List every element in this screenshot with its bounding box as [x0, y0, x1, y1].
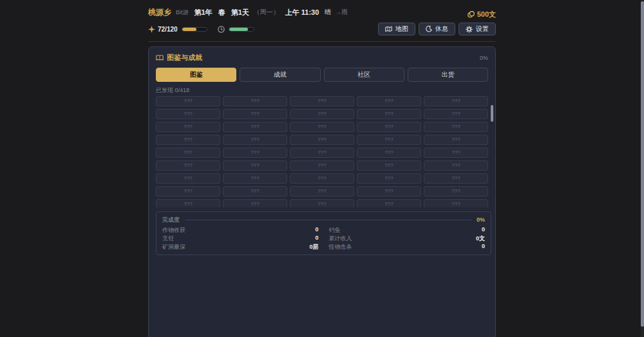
codex-cell[interactable]: ???: [424, 148, 488, 158]
codex-cell[interactable]: ???: [424, 96, 488, 106]
codex-cell[interactable]: ???: [223, 109, 287, 119]
coin-icon: [468, 11, 475, 18]
stats-box: 完成度 0% 作物收获0钓鱼0烹饪0累计收入0文矿洞最深0层怪物击杀0: [156, 211, 491, 255]
codex-cell[interactable]: ???: [290, 109, 354, 119]
daytime-bar: [229, 27, 254, 32]
completion-label: 完成度: [162, 216, 180, 224]
game-year: 第1年: [194, 8, 213, 17]
money-value: 500文: [477, 10, 496, 19]
stat-item: 烹饪0: [162, 235, 319, 242]
codex-cell[interactable]: ???: [357, 160, 421, 171]
stat-item: 矿洞最深0层: [162, 243, 319, 250]
game-weekday: （周一）: [254, 8, 279, 17]
stat-item: 钓鱼0: [329, 226, 486, 233]
game-day: 第1天: [231, 8, 249, 17]
codex-cell[interactable]: ???: [156, 160, 220, 171]
codex-cell[interactable]: ???: [156, 148, 220, 158]
rest-button[interactable]: 休息: [419, 23, 455, 35]
codex-cell[interactable]: ???: [357, 148, 421, 158]
codex-panel: 图鉴与成就 0% 图鉴 成就 社区 出货 已发现 0/418 ?????????…: [148, 46, 496, 337]
codex-cell[interactable]: ???: [290, 173, 354, 184]
codex-cell[interactable]: ???: [424, 160, 488, 171]
codex-cell[interactable]: ???: [223, 186, 287, 197]
codex-cell[interactable]: ???: [424, 122, 488, 132]
completion-row: 完成度 0%: [162, 216, 485, 224]
money-display: 500文: [468, 10, 496, 19]
codex-cell[interactable]: ???: [156, 186, 220, 197]
settings-button-label: 设置: [476, 24, 489, 34]
settings-button[interactable]: 设置: [459, 23, 496, 35]
clock-icon: [218, 26, 225, 33]
codex-cell[interactable]: ???: [424, 186, 488, 197]
page-scrollbar-thumb[interactable]: [641, 1, 644, 327]
topbar: 桃源乡 Bit游 第1年 春 第1天 （周一） 上午 11:30 晴 →雨 50…: [148, 0, 496, 42]
codex-cell[interactable]: ???: [357, 96, 421, 106]
gear-icon: [466, 26, 473, 33]
energy-value: 72/120: [158, 26, 178, 33]
codex-cell[interactable]: ???: [223, 160, 287, 171]
map-icon: [385, 26, 392, 32]
weather-current: 晴: [325, 8, 331, 17]
codex-cell[interactable]: ???: [156, 199, 220, 207]
page-scrollbar[interactable]: [641, 0, 644, 337]
book-icon: [156, 54, 164, 61]
codex-cell[interactable]: ???: [290, 160, 354, 171]
codex-cell[interactable]: ???: [223, 199, 287, 207]
codex-cell[interactable]: ???: [156, 122, 220, 132]
game-season: 春: [218, 8, 225, 17]
panel-title-row: 图鉴与成就: [156, 53, 202, 63]
game-time: 上午 11:30: [285, 8, 319, 17]
rest-button-label: 休息: [435, 24, 448, 34]
codex-cell[interactable]: ???: [156, 109, 220, 119]
codex-cell[interactable]: ???: [156, 135, 220, 145]
codex-cell[interactable]: ???: [424, 173, 488, 184]
codex-cell[interactable]: ???: [290, 122, 354, 132]
stats-grid: 作物收获0钓鱼0烹饪0累计收入0文矿洞最深0层怪物击杀0: [162, 226, 485, 250]
panel-progress: 0%: [480, 55, 488, 61]
codex-cell[interactable]: ???: [223, 122, 287, 132]
codex-cell[interactable]: ???: [223, 96, 287, 106]
stat-value: 0层: [309, 243, 318, 250]
codex-cell[interactable]: ???: [223, 135, 287, 145]
codex-cell[interactable]: ???: [156, 96, 220, 106]
tab-shipping[interactable]: 出货: [408, 68, 488, 82]
stat-item: 怪物击杀0: [329, 243, 486, 250]
tab-community[interactable]: 社区: [324, 68, 404, 82]
codex-cell[interactable]: ???: [357, 109, 421, 119]
codex-cell[interactable]: ???: [156, 173, 220, 184]
codex-cell[interactable]: ???: [290, 96, 354, 106]
map-button[interactable]: 地图: [378, 23, 415, 35]
codex-cell[interactable]: ???: [424, 135, 488, 145]
weather-forecast: →雨: [335, 8, 348, 17]
codex-cell[interactable]: ???: [290, 186, 354, 197]
codex-cell[interactable]: ???: [357, 135, 421, 145]
codex-cell[interactable]: ???: [290, 148, 354, 158]
energy-bar-fill: [182, 28, 197, 31]
discovered-count: 已发现 0/418: [156, 86, 488, 93]
codex-grid: ????????????????????????????????????????…: [156, 96, 488, 207]
stat-label: 矿洞最深: [162, 243, 185, 250]
grid-scrollbar[interactable]: [491, 105, 493, 122]
codex-cell[interactable]: ???: [223, 148, 287, 158]
tab-codex[interactable]: 图鉴: [156, 68, 236, 82]
codex-grid-viewport: ????????????????????????????????????????…: [156, 96, 493, 207]
tab-achievements[interactable]: 成就: [240, 68, 320, 82]
stat-value: 0文: [476, 235, 485, 242]
codex-cell[interactable]: ???: [357, 173, 421, 184]
completion-divider: [185, 220, 471, 220]
stat-value: 0: [482, 226, 485, 233]
codex-cell[interactable]: ???: [357, 122, 421, 132]
codex-cell[interactable]: ???: [223, 173, 287, 184]
daytime-bar-fill: [229, 28, 249, 31]
stat-label: 钓鱼: [329, 226, 341, 233]
codex-cell[interactable]: ???: [290, 135, 354, 145]
codex-cell[interactable]: ???: [357, 199, 421, 207]
moon-icon: [426, 26, 432, 32]
stat-value: 0: [482, 243, 485, 250]
stat-label: 烹饪: [162, 235, 174, 242]
codex-cell[interactable]: ???: [290, 199, 354, 207]
codex-cell[interactable]: ???: [357, 186, 421, 197]
stat-label: 累计收入: [329, 235, 352, 242]
codex-cell[interactable]: ???: [424, 199, 488, 207]
codex-cell[interactable]: ???: [424, 109, 488, 119]
